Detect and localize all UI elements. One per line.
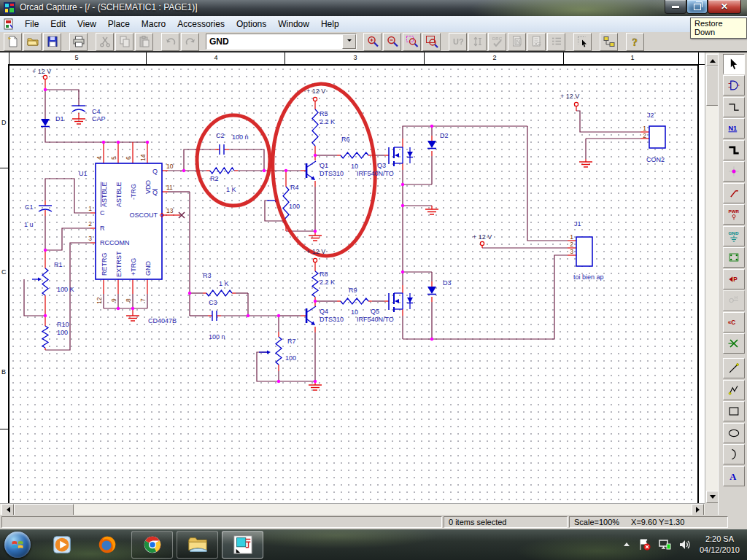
place-junction-tool-button[interactable] [723,161,745,182]
diode-D3[interactable] [427,287,436,294]
schematic-label[interactable]: R9 [349,287,357,294]
schematic-label[interactable]: -TRG [130,184,137,200]
schematic-label[interactable]: +TRG [130,258,137,276]
wire[interactable] [45,128,147,142]
scroll-right-button[interactable] [692,504,704,516]
schematic-label[interactable]: Q4 [320,308,328,315]
place-rectangle-tool-button[interactable] [723,401,745,421]
scroll-down-button[interactable] [706,491,719,503]
schematic-label[interactable]: C4 [92,108,101,115]
place-part-tool-button[interactable] [723,75,745,96]
schematic-label[interactable]: 1 [570,233,573,241]
schematic-label[interactable]: 1 u [24,221,34,228]
connector-J2[interactable] [649,126,665,148]
schematic-label[interactable]: RCCOMN [100,239,130,246]
taskbar-item-windows-media-player[interactable] [41,531,82,559]
resistor-R7[interactable] [276,337,282,365]
schematic-label[interactable]: + 12 V [306,248,325,255]
place-port-tool-button[interactable]: P [723,269,745,289]
wire[interactable] [403,255,568,339]
place-polyline-tool-button[interactable] [723,380,745,400]
resistor-R1[interactable] [42,268,48,295]
pot-wiper-arrow[interactable] [267,350,271,354]
taskbar-item-chrome[interactable] [131,531,173,559]
wire[interactable] [527,126,568,241]
schematic-label[interactable]: D2 [440,132,449,139]
menu-item-help[interactable]: Help [315,18,345,31]
schematic-label[interactable]: 1 K [226,186,236,193]
place-text-tool-button[interactable]: A [723,466,745,486]
zoom-in-button[interactable] [363,33,382,51]
wire[interactable] [45,228,90,250]
hierarchy-button[interactable] [600,33,618,51]
wire[interactable] [257,352,279,381]
resistor-R9[interactable] [341,298,368,304]
menu-item-macro[interactable]: Macro [136,18,171,31]
menu-item-view[interactable]: View [71,18,102,31]
resistor-R3[interactable] [206,290,232,296]
mosfet-Q3[interactable] [407,152,413,157]
schematic-label[interactable]: 10 [351,308,358,316]
place-hierarchical-block-tool-button[interactable] [723,247,745,268]
transistor-Q4[interactable] [311,322,315,326]
schematic-label[interactable]: C2 [216,132,225,139]
power-symbol[interactable] [574,102,578,106]
wire[interactable] [184,149,215,171]
schematic-label[interactable]: 13 [166,207,174,214]
menu-item-options[interactable]: Options [231,18,272,31]
schematic-label[interactable]: J1 [574,220,581,228]
schematic-label[interactable]: 10 [351,163,358,170]
save-document-button[interactable] [43,33,61,51]
schematic-label[interactable]: Q1 [320,162,328,169]
place-power-tool-button[interactable]: PWR [723,204,745,225]
wire[interactable] [403,126,527,139]
volume-icon[interactable] [678,539,692,551]
wire[interactable] [576,111,640,132]
schematic-label[interactable]: 3 [88,235,92,242]
menu-item-edit[interactable]: Edit [44,18,71,31]
schematic-label[interactable]: CON2 [646,156,665,163]
diode-D2[interactable] [427,141,436,148]
place-net-alias-tool-button[interactable]: N1 [723,118,745,139]
resistor-R10[interactable] [42,326,48,348]
schematic-label[interactable]: R7 [287,338,296,345]
vertical-scroll-thumb[interactable] [706,66,719,106]
schematic-label[interactable]: R6 [341,136,350,143]
print-button[interactable] [69,33,88,51]
schematic-label[interactable]: U1 [79,170,88,177]
schematic-label[interactable]: 11 [166,184,173,191]
schematic-label[interactable]: D1 [55,115,64,122]
schematic-label[interactable]: R10 [57,321,69,328]
transistor-Q1[interactable] [306,163,308,178]
schematic-label[interactable]: 10 [166,163,174,170]
schematic-label[interactable]: 8 [125,298,132,302]
schematic-label[interactable]: IRF540N/TO [357,316,394,323]
place-ellipse-tool-button[interactable] [723,423,745,443]
menu-item-window[interactable]: Window [272,18,315,31]
schematic-label[interactable]: DTS310 [320,316,344,323]
schematic-label[interactable]: C1 [25,203,34,211]
minimize-button[interactable] [665,0,686,14]
schematic-label[interactable]: Q [152,189,158,196]
schematic-label[interactable]: 100 n [232,133,249,141]
network-icon[interactable] [658,539,671,551]
schematic-label[interactable]: OSCOUT [129,211,158,219]
place-bus-tool-button[interactable] [723,140,745,160]
schematic-label[interactable]: R4 [290,184,299,191]
menu-item-place[interactable]: Place [102,18,136,31]
schematic-label[interactable]: + 12 V [473,233,492,241]
schematic-label[interactable]: 1 [643,125,646,132]
transistor-Q4[interactable] [306,308,308,323]
transistor-Q1[interactable] [311,176,315,181]
power-symbol[interactable] [480,241,484,245]
schematic-label[interactable]: 2 [570,241,573,248]
schematic-label[interactable]: R5 [320,110,328,117]
wire[interactable] [229,149,264,171]
mosfet-Q5[interactable] [407,298,413,303]
zoom-all-button[interactable] [422,33,441,51]
restore-button[interactable] [686,0,708,14]
schematic-label[interactable]: 100 [285,354,296,362]
schematic-label[interactable]: ASTBLE [101,182,108,207]
taskbar-item-windows-explorer[interactable] [177,531,218,559]
schematic-label[interactable]: R3 [203,272,212,279]
